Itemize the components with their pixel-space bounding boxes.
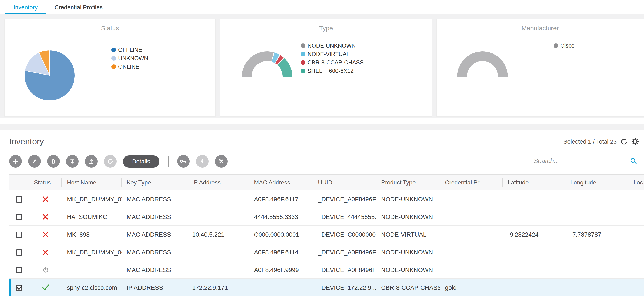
column-header-ip-address[interactable]: IP Address xyxy=(187,175,249,190)
cell-status xyxy=(29,243,62,261)
column-header-mac-address[interactable]: MAC Address xyxy=(249,175,313,190)
export-button[interactable] xyxy=(85,155,98,168)
plus-icon xyxy=(12,158,19,165)
cell-host-name: sphy-c2.cisco.com xyxy=(62,278,122,296)
column-header-product-type[interactable]: Product Type xyxy=(376,175,440,190)
row-checkbox[interactable] xyxy=(16,267,22,273)
legend-item: SHELF_600-6X12 xyxy=(301,68,364,74)
search-input[interactable] xyxy=(534,157,630,164)
legend-item: NODE-VIRTUAL xyxy=(301,51,364,57)
column-header-loc[interactable]: Loc... xyxy=(628,175,644,190)
table-header-row: StatusHost NameKey TypeIP AddressMAC Add… xyxy=(9,175,644,190)
row-checkbox[interactable] xyxy=(16,285,22,291)
table-row[interactable]: MK_DB_DUMMY_04 MAC ADDRESS A0F8.496F.611… xyxy=(9,243,644,261)
refresh-icon[interactable] xyxy=(620,138,628,145)
edit-button[interactable] xyxy=(28,155,41,168)
cell-key-type: MAC ADDRESS xyxy=(122,243,187,261)
cell-latitude: -9.2322424 xyxy=(503,225,565,243)
row-checkbox[interactable] xyxy=(16,232,22,238)
tab-inventory[interactable]: Inventory xyxy=(5,0,46,14)
search-icon[interactable] xyxy=(630,157,637,164)
credentials-button[interactable] xyxy=(177,155,190,168)
type-chart-title: Type xyxy=(220,19,432,32)
cell-uuid: _DEVICE_C0000000... xyxy=(313,225,376,243)
column-header-select[interactable] xyxy=(9,175,29,190)
donut-segment-cisco[interactable] xyxy=(457,51,508,77)
row-checkbox[interactable] xyxy=(16,249,22,256)
legend-dot xyxy=(301,52,306,56)
cell-key-type: MAC ADDRESS xyxy=(122,225,187,243)
tools-button[interactable] xyxy=(215,155,228,168)
cell-ip-address: 172.22.9.171 xyxy=(187,278,249,296)
inventory-toolbar: Details xyxy=(0,147,644,168)
search-box xyxy=(534,157,637,166)
cell-status xyxy=(29,278,62,296)
delete-button[interactable] xyxy=(47,155,60,168)
cell-uuid: _DEVICE_A0F8496F... xyxy=(313,243,376,261)
cell-latitude xyxy=(503,278,565,296)
cell-ip-address xyxy=(187,190,249,208)
status-icon xyxy=(42,248,49,256)
cell-mac-address: A0F8.496F.6114 xyxy=(249,243,313,261)
cell-longitude xyxy=(565,190,628,208)
cell-ip-address: 10.40.5.221 xyxy=(187,225,249,243)
cell-latitude xyxy=(503,261,565,278)
add-button[interactable] xyxy=(9,155,22,168)
cell-mac-address: 4444.5555.3333 xyxy=(249,208,313,225)
status-pie-chart[interactable] xyxy=(20,46,79,105)
column-header-status[interactable]: Status xyxy=(29,175,62,190)
status-icon xyxy=(42,284,50,291)
legend-item: ONLINE xyxy=(112,64,148,70)
pencil-icon xyxy=(31,158,38,165)
offline-x-icon xyxy=(42,248,49,256)
donut-segment-node-unknown[interactable] xyxy=(242,51,274,77)
cell-host-name xyxy=(62,261,122,278)
table-row[interactable]: MK_DB_DUMMY_07 MAC ADDRESS A0F8.496F.611… xyxy=(9,190,644,208)
legend-dot xyxy=(301,60,306,65)
cell-status xyxy=(29,190,62,208)
cell-product-type: CBR-8-CCAP-CHASS xyxy=(376,278,440,296)
cell-latitude xyxy=(503,243,565,261)
tab-credential-profiles[interactable]: Credential Profiles xyxy=(46,0,111,14)
manufacturer-donut-chart[interactable] xyxy=(449,43,516,78)
status-icon xyxy=(42,266,49,273)
cell-credential-profile xyxy=(440,225,503,243)
row-checkbox-cell xyxy=(9,243,29,261)
cell-credential-profile xyxy=(440,190,503,208)
status-icon xyxy=(42,195,49,203)
cell-uuid: _DEVICE_44445555... xyxy=(313,208,376,225)
row-checkbox[interactable] xyxy=(16,196,22,203)
legend-dot xyxy=(112,64,116,69)
cell-host-name: MK_DB_DUMMY_07 xyxy=(62,190,122,208)
legend-label: ONLINE xyxy=(118,63,140,70)
type-donut-chart[interactable] xyxy=(234,43,301,78)
column-header-latitude[interactable]: Latitude xyxy=(503,175,565,190)
table-row[interactable]: MK_898 MAC ADDRESS 10.40.5.221 C000.0000… xyxy=(9,225,644,243)
details-button[interactable]: Details xyxy=(123,155,160,167)
key-icon xyxy=(180,158,187,165)
selection-summary-area: Selected 1 / Total 23 xyxy=(564,138,639,145)
cell-longitude xyxy=(565,278,628,296)
status-icon xyxy=(42,230,49,238)
cell-host-name: HA_SOUMIKC xyxy=(62,208,122,225)
row-checkbox-cell xyxy=(9,208,29,225)
legend-item: NODE-UNKNOWN xyxy=(301,43,364,49)
table-row[interactable]: sphy-c2.cisco.com IP ADDRESS 172.22.9.17… xyxy=(9,278,644,296)
row-checkbox[interactable] xyxy=(16,214,22,220)
column-header-credential-pr[interactable]: Credential Pr... xyxy=(440,175,503,190)
column-header-key-type[interactable]: Key Type xyxy=(122,175,187,190)
cell-location xyxy=(628,225,644,243)
cell-product-type: NODE-UNKNOWN xyxy=(376,243,440,261)
table-row[interactable]: HA_SOUMIKC MAC ADDRESS 4444.5555.3333 _D… xyxy=(9,208,644,225)
sync-icon xyxy=(107,158,114,165)
column-header-uuid[interactable]: UUID xyxy=(313,175,376,190)
import-button[interactable] xyxy=(66,155,79,168)
column-header-host-name[interactable]: Host Name xyxy=(62,175,122,190)
legend-item: Cisco xyxy=(554,43,574,49)
row-checkbox-cell xyxy=(9,261,29,278)
offline-x-icon xyxy=(42,230,49,238)
gear-icon[interactable] xyxy=(632,138,639,145)
column-header-longitude[interactable]: Longitude xyxy=(565,175,628,190)
inventory-table: StatusHost NameKey TypeIP AddressMAC Add… xyxy=(9,174,644,296)
table-row[interactable]: MAC ADDRESS A0F8.496F.9999 _DEVICE_A0F84… xyxy=(9,261,644,278)
